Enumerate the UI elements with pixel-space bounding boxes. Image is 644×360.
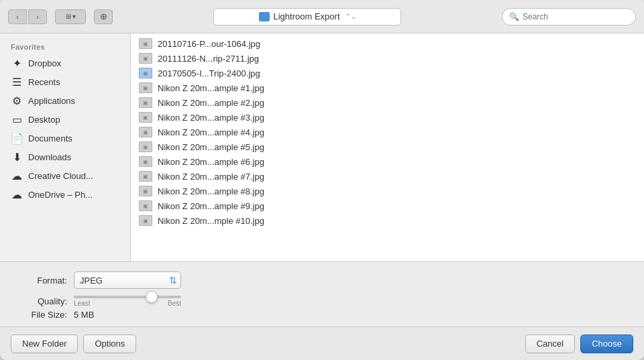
file-thumb-icon: ▣ (139, 200, 152, 211)
file-thumb-icon: ▣ (139, 68, 152, 78)
sidebar-section-title: Favorites (0, 40, 130, 54)
format-select-wrapper[interactable]: JPEG PNG TIFF ⇅ (74, 272, 181, 289)
toolbar: ‹ › ⊞ ▾ ⊕ Lightroom Export ⌃⌄ 🔍 (0, 0, 644, 34)
file-item[interactable]: ▣Nikon Z 20m...ample #6.jpg (131, 154, 644, 169)
file-thumb-icon: ▣ (139, 156, 152, 167)
quality-label: Quality: (13, 296, 67, 306)
file-item[interactable]: ▣20170505-I...Trip-2400.jpg (131, 66, 644, 80)
new-folder-icon: ⊕ (100, 11, 107, 21)
slider-max-label: Best (168, 300, 181, 307)
format-select[interactable]: JPEG PNG TIFF (74, 272, 181, 289)
file-thumb-icon: ▣ (139, 38, 152, 49)
dropbox-icon: ✦ (11, 57, 23, 69)
forward-button[interactable]: › (28, 9, 47, 24)
sidebar-label-dropbox: Dropbox (28, 58, 61, 68)
file-item[interactable]: ▣20110716-P...our-1064.jpg (131, 36, 644, 51)
filesize-value: 5 MB (74, 310, 94, 320)
quality-slider[interactable] (74, 296, 181, 298)
file-item[interactable]: ▣Nikon Z 20m...ample #8.jpg (131, 184, 644, 198)
search-icon: 🔍 (509, 12, 519, 21)
search-box[interactable]: 🔍 (502, 8, 636, 25)
new-folder-button[interactable]: New Folder (11, 335, 78, 353)
popup-arrow-icon: ⌃⌄ (345, 13, 356, 20)
new-folder-toolbar-button[interactable]: ⊕ (94, 9, 113, 24)
file-thumb-icon: ▣ (139, 171, 152, 182)
file-name: Nikon Z 20m...ample #1.jpg (158, 83, 264, 93)
options-button[interactable]: Options (83, 335, 136, 353)
file-item[interactable]: ▣Nikon Z 20m...ample #9.jpg (131, 198, 644, 213)
sidebar-label-applications: Applications (28, 96, 75, 106)
file-name: Nikon Z 20m...ample #4.jpg (158, 127, 264, 137)
slider-min-label: Least (74, 300, 90, 307)
sidebar-item-documents[interactable]: 📄 Documents (0, 129, 130, 147)
file-name: 20170505-I...Trip-2400.jpg (158, 68, 260, 78)
applications-icon: ⚙ (11, 95, 23, 107)
file-thumb-icon: ▣ (139, 82, 152, 93)
choose-button[interactable]: Choose (580, 335, 633, 353)
sidebar-label-recents: Recents (28, 77, 60, 87)
content-area: Favorites ✦ Dropbox ☰ Recents ⚙ Applicat… (0, 34, 644, 261)
onedrive-icon: ☁ (11, 188, 23, 200)
button-bar: New Folder Options Cancel Choose (0, 326, 644, 360)
filesize-label: File Size: (13, 310, 67, 320)
sidebar-item-dropbox[interactable]: ✦ Dropbox (0, 54, 130, 72)
file-item[interactable]: ▣Nikon Z 20m...ample #5.jpg (131, 139, 644, 154)
file-name: 20110716-P...our-1064.jpg (158, 39, 260, 49)
file-thumb-icon: ▣ (139, 127, 152, 137)
folder-icon (259, 12, 270, 21)
location-popup[interactable]: Lightroom Export ⌃⌄ (213, 8, 401, 25)
view-arrow-icon: ▾ (72, 13, 76, 20)
file-item[interactable]: ▣Nikon Z 20m...ample #3.jpg (131, 110, 644, 125)
right-buttons: Cancel Choose (525, 335, 633, 353)
downloads-icon: ⬇ (11, 151, 23, 163)
file-item[interactable]: ▣Nikon Z 20m...ample #1.jpg (131, 80, 644, 95)
file-name: Nikon Z 20m...ample #5.jpg (158, 142, 264, 152)
file-thumb-icon: ▣ (139, 186, 152, 196)
sidebar: Favorites ✦ Dropbox ☰ Recents ⚙ Applicat… (0, 34, 131, 261)
desktop-icon: ▭ (11, 113, 23, 125)
file-name: Nikon Z 20m...ample #7.jpg (158, 172, 264, 182)
file-name: Nikon Z 20m...ample #8.jpg (158, 186, 264, 196)
file-item[interactable]: ▣Nikon Z 20m...mple #10.jpg (131, 213, 644, 228)
sidebar-label-downloads: Downloads (28, 152, 71, 162)
file-item[interactable]: ▣20111126-N...rip-2711.jpg (131, 51, 644, 66)
file-thumb-icon: ▣ (139, 53, 152, 64)
sidebar-item-downloads[interactable]: ⬇ Downloads (0, 147, 130, 166)
sidebar-label-creative-cloud: Creative Cloud... (28, 171, 93, 181)
sidebar-item-desktop[interactable]: ▭ Desktop (0, 110, 130, 129)
file-name: Nikon Z 20m...ample #6.jpg (158, 157, 264, 167)
file-list[interactable]: ▣20110716-P...our-1064.jpg▣20111126-N...… (131, 34, 644, 261)
search-input[interactable] (523, 12, 629, 21)
file-item[interactable]: ▣Nikon Z 20m...ample #2.jpg (131, 95, 644, 110)
sidebar-item-onedrive[interactable]: ☁ OneDrive – Ph... (0, 185, 130, 204)
sidebar-item-recents[interactable]: ☰ Recents (0, 72, 130, 91)
view-button[interactable]: ⊞ ▾ (55, 9, 86, 24)
view-icon: ⊞ (66, 13, 71, 20)
slider-container: Least Best (74, 296, 181, 307)
left-buttons: New Folder Options (11, 335, 136, 353)
sidebar-item-applications[interactable]: ⚙ Applications (0, 91, 130, 110)
options-panel: Format: JPEG PNG TIFF ⇅ Quality: Least B… (0, 261, 644, 326)
sidebar-label-documents: Documents (28, 133, 72, 143)
format-row: Format: JPEG PNG TIFF ⇅ (13, 272, 631, 289)
back-button[interactable]: ‹ (8, 9, 27, 24)
dialog: ‹ › ⊞ ▾ ⊕ Lightroom Export ⌃⌄ 🔍 Favorite… (0, 0, 644, 360)
file-name: Nikon Z 20m...ample #9.jpg (158, 201, 264, 211)
file-thumb-icon: ▣ (139, 215, 152, 226)
cancel-button[interactable]: Cancel (525, 335, 575, 353)
sidebar-label-onedrive: OneDrive – Ph... (28, 190, 93, 200)
sidebar-item-creative-cloud[interactable]: ☁ Creative Cloud... (0, 166, 130, 185)
creative-cloud-icon: ☁ (11, 170, 23, 182)
file-name: 20111126-N...rip-2711.jpg (158, 54, 259, 64)
nav-buttons: ‹ › (8, 9, 47, 24)
location-label: Lightroom Export (274, 11, 340, 21)
file-item[interactable]: ▣Nikon Z 20m...ample #4.jpg (131, 125, 644, 139)
file-thumb-icon: ▣ (139, 141, 152, 152)
file-name: Nikon Z 20m...mple #10.jpg (158, 216, 264, 226)
file-item[interactable]: ▣Nikon Z 20m...ample #7.jpg (131, 169, 644, 184)
file-thumb-icon: ▣ (139, 112, 152, 123)
slider-labels: Least Best (74, 300, 181, 307)
quality-row: Quality: Least Best (13, 296, 631, 307)
filesize-row: File Size: 5 MB (13, 310, 631, 320)
recents-icon: ☰ (11, 76, 23, 88)
